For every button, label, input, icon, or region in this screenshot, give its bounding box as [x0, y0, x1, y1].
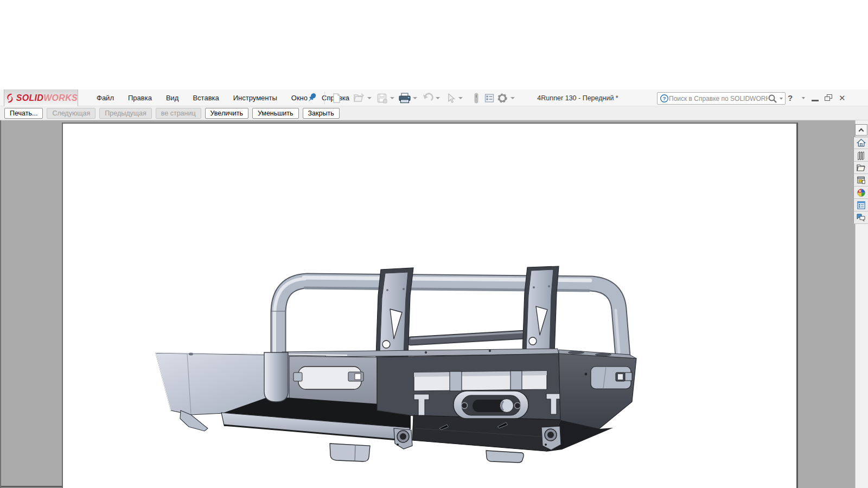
- options-list-icon[interactable]: [483, 92, 496, 105]
- task-pane-design-library[interactable]: [853, 149, 868, 162]
- help-button[interactable]: ?: [788, 89, 793, 106]
- new-document-icon[interactable]: [330, 92, 343, 105]
- zoom-out-button[interactable]: Уменьшить: [252, 108, 299, 119]
- cross-tube: [411, 332, 535, 342]
- task-pane-appearances[interactable]: [853, 187, 868, 199]
- custom-properties-icon: [857, 201, 866, 210]
- standard-toolbar: [330, 91, 519, 105]
- forum-chat-icon: [856, 213, 866, 222]
- winch-fairlead: [454, 391, 528, 419]
- select-cursor-icon[interactable]: [444, 92, 457, 105]
- save-dropdown[interactable]: [390, 97, 394, 99]
- tube-boot: [264, 352, 288, 402]
- print-preview-toolbar: Печать... Следующая Предыдущая ве страни…: [0, 106, 868, 120]
- task-pane-file-explorer[interactable]: [853, 162, 868, 174]
- open-icon[interactable]: [353, 92, 366, 105]
- view-palette-icon: [857, 176, 866, 185]
- search-icon[interactable]: [768, 94, 777, 104]
- right-tower: [522, 266, 559, 354]
- hoop-tube: [271, 278, 623, 356]
- lower-valance: [412, 415, 560, 451]
- home-icon: [857, 138, 866, 147]
- task-pane-custom-properties[interactable]: [853, 199, 868, 211]
- left-gusset: [394, 428, 412, 449]
- open-dropdown[interactable]: [367, 97, 372, 99]
- prev-page-button: Предыдущая: [99, 108, 151, 119]
- scroll-up-icon: [859, 128, 864, 133]
- settings-dropdown[interactable]: [510, 97, 515, 99]
- new-document-dropdown[interactable]: [344, 97, 349, 99]
- help-dropdown[interactable]: [800, 89, 805, 106]
- ds-logo-icon: [4, 92, 15, 104]
- menu-view[interactable]: Вид: [166, 94, 179, 102]
- menu-insert[interactable]: Вставка: [193, 94, 219, 102]
- design-library-icon: [857, 151, 866, 160]
- pin-menu-icon[interactable]: [305, 92, 318, 105]
- task-pane-forum[interactable]: [853, 211, 868, 224]
- scroll-up-button[interactable]: [855, 124, 867, 136]
- task-pane-home[interactable]: [853, 137, 868, 149]
- search-dropdown[interactable]: [780, 98, 783, 100]
- logo-text: SOLIDWORKS: [16, 93, 78, 103]
- solidworks-logo: SOLIDWORKS: [4, 89, 78, 106]
- solidworks-window: SOLIDWORKS Файл Правка Вид Вставка Инстр…: [0, 0, 868, 488]
- settings-gear-icon[interactable]: [496, 92, 509, 105]
- menu-tools[interactable]: Инструменты: [233, 94, 277, 102]
- print-dropdown[interactable]: [413, 97, 417, 99]
- print-icon[interactable]: [398, 92, 411, 105]
- left-tower: [376, 268, 413, 357]
- task-pane-tabs: [853, 137, 868, 224]
- undo-dropdown[interactable]: [436, 97, 440, 99]
- save-icon[interactable]: [375, 92, 388, 105]
- undo-icon[interactable]: [421, 92, 434, 105]
- toolbar-separator: [324, 92, 325, 104]
- blank-top-area: [0, 0, 868, 89]
- close-preview-button[interactable]: Закрыть: [303, 108, 340, 119]
- close-button[interactable]: ✕: [839, 89, 846, 106]
- task-pane-view-palette[interactable]: [853, 174, 868, 187]
- grille-slots: [414, 371, 547, 391]
- help-circle-icon: ?: [660, 94, 669, 103]
- appearances-icon: [857, 188, 866, 197]
- right-gusset: [541, 426, 561, 450]
- print-button[interactable]: Печать...: [4, 108, 43, 119]
- select-dropdown[interactable]: [458, 97, 463, 99]
- minimize-button[interactable]: [812, 89, 819, 106]
- file-explorer-icon: [856, 163, 866, 172]
- menu-edit[interactable]: Правка: [128, 94, 152, 102]
- next-page-button: Следующая: [47, 108, 95, 119]
- two-pages-button: ве страниц: [156, 108, 201, 119]
- menu-bar: SOLIDWORKS Файл Правка Вид Вставка Инстр…: [0, 89, 868, 106]
- right-face: [559, 354, 636, 429]
- document-title: 4Runner 130 - Передний *: [515, 89, 640, 106]
- mouse-pill-icon[interactable]: [470, 92, 483, 105]
- search-input[interactable]: [669, 95, 768, 102]
- svg-text:?: ?: [662, 95, 666, 101]
- restore-button[interactable]: [825, 89, 833, 106]
- help-search-box[interactable]: ?: [657, 92, 786, 105]
- menu-file[interactable]: Файл: [97, 94, 114, 102]
- canvas-bottom-edge: [1, 486, 62, 487]
- zoom-in-button[interactable]: Увеличить: [205, 108, 248, 119]
- bumper-model-preview: [146, 260, 640, 472]
